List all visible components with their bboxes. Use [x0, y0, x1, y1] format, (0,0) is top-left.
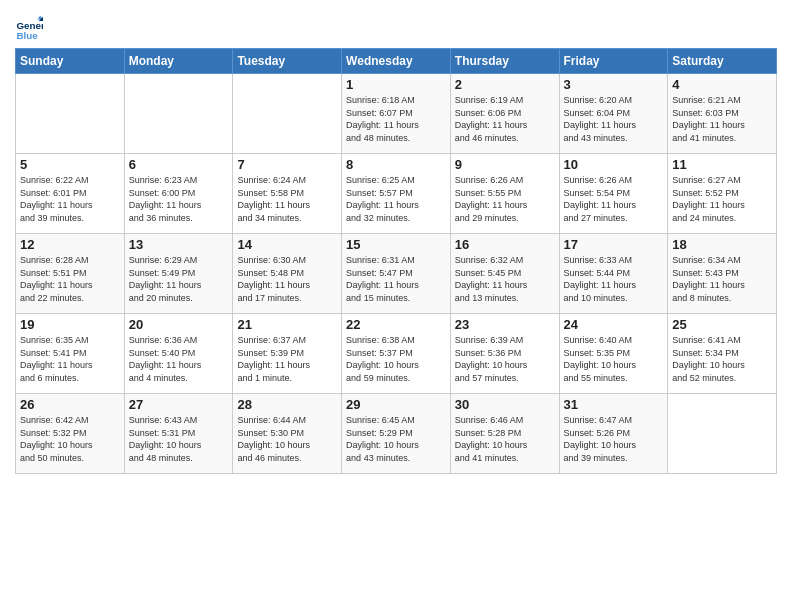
calendar-day-25: 25Sunrise: 6:41 AM Sunset: 5:34 PM Dayli…: [668, 314, 777, 394]
calendar-day-2: 2Sunrise: 6:19 AM Sunset: 6:06 PM Daylig…: [450, 74, 559, 154]
day-info: Sunrise: 6:36 AM Sunset: 5:40 PM Dayligh…: [129, 334, 229, 384]
day-info: Sunrise: 6:24 AM Sunset: 5:58 PM Dayligh…: [237, 174, 337, 224]
weekday-header-monday: Monday: [124, 49, 233, 74]
calendar-day-29: 29Sunrise: 6:45 AM Sunset: 5:29 PM Dayli…: [342, 394, 451, 474]
day-number: 21: [237, 317, 337, 332]
day-number: 15: [346, 237, 446, 252]
header-row: General Blue: [15, 10, 777, 42]
day-info: Sunrise: 6:27 AM Sunset: 5:52 PM Dayligh…: [672, 174, 772, 224]
day-number: 9: [455, 157, 555, 172]
svg-text:Blue: Blue: [16, 30, 38, 41]
calendar-day-empty: [124, 74, 233, 154]
day-number: 11: [672, 157, 772, 172]
calendar-day-empty: [16, 74, 125, 154]
calendar-week-row: 12Sunrise: 6:28 AM Sunset: 5:51 PM Dayli…: [16, 234, 777, 314]
calendar-day-3: 3Sunrise: 6:20 AM Sunset: 6:04 PM Daylig…: [559, 74, 668, 154]
calendar-day-22: 22Sunrise: 6:38 AM Sunset: 5:37 PM Dayli…: [342, 314, 451, 394]
day-number: 28: [237, 397, 337, 412]
day-info: Sunrise: 6:39 AM Sunset: 5:36 PM Dayligh…: [455, 334, 555, 384]
weekday-header-row: SundayMondayTuesdayWednesdayThursdayFrid…: [16, 49, 777, 74]
day-number: 10: [564, 157, 664, 172]
weekday-header-thursday: Thursday: [450, 49, 559, 74]
day-info: Sunrise: 6:37 AM Sunset: 5:39 PM Dayligh…: [237, 334, 337, 384]
day-number: 7: [237, 157, 337, 172]
calendar-day-10: 10Sunrise: 6:26 AM Sunset: 5:54 PM Dayli…: [559, 154, 668, 234]
day-info: Sunrise: 6:43 AM Sunset: 5:31 PM Dayligh…: [129, 414, 229, 464]
calendar-day-31: 31Sunrise: 6:47 AM Sunset: 5:26 PM Dayli…: [559, 394, 668, 474]
day-info: Sunrise: 6:46 AM Sunset: 5:28 PM Dayligh…: [455, 414, 555, 464]
day-number: 24: [564, 317, 664, 332]
day-info: Sunrise: 6:31 AM Sunset: 5:47 PM Dayligh…: [346, 254, 446, 304]
day-info: Sunrise: 6:47 AM Sunset: 5:26 PM Dayligh…: [564, 414, 664, 464]
day-number: 14: [237, 237, 337, 252]
day-info: Sunrise: 6:33 AM Sunset: 5:44 PM Dayligh…: [564, 254, 664, 304]
day-number: 31: [564, 397, 664, 412]
weekday-header-saturday: Saturday: [668, 49, 777, 74]
calendar-week-row: 19Sunrise: 6:35 AM Sunset: 5:41 PM Dayli…: [16, 314, 777, 394]
day-info: Sunrise: 6:25 AM Sunset: 5:57 PM Dayligh…: [346, 174, 446, 224]
calendar-day-17: 17Sunrise: 6:33 AM Sunset: 5:44 PM Dayli…: [559, 234, 668, 314]
calendar-day-11: 11Sunrise: 6:27 AM Sunset: 5:52 PM Dayli…: [668, 154, 777, 234]
day-number: 27: [129, 397, 229, 412]
day-info: Sunrise: 6:45 AM Sunset: 5:29 PM Dayligh…: [346, 414, 446, 464]
calendar-day-1: 1Sunrise: 6:18 AM Sunset: 6:07 PM Daylig…: [342, 74, 451, 154]
weekday-header-tuesday: Tuesday: [233, 49, 342, 74]
calendar-day-16: 16Sunrise: 6:32 AM Sunset: 5:45 PM Dayli…: [450, 234, 559, 314]
day-info: Sunrise: 6:21 AM Sunset: 6:03 PM Dayligh…: [672, 94, 772, 144]
weekday-header-wednesday: Wednesday: [342, 49, 451, 74]
calendar-day-4: 4Sunrise: 6:21 AM Sunset: 6:03 PM Daylig…: [668, 74, 777, 154]
day-number: 30: [455, 397, 555, 412]
calendar-day-6: 6Sunrise: 6:23 AM Sunset: 6:00 PM Daylig…: [124, 154, 233, 234]
day-number: 19: [20, 317, 120, 332]
day-info: Sunrise: 6:22 AM Sunset: 6:01 PM Dayligh…: [20, 174, 120, 224]
calendar-day-21: 21Sunrise: 6:37 AM Sunset: 5:39 PM Dayli…: [233, 314, 342, 394]
day-number: 23: [455, 317, 555, 332]
day-info: Sunrise: 6:26 AM Sunset: 5:54 PM Dayligh…: [564, 174, 664, 224]
day-info: Sunrise: 6:30 AM Sunset: 5:48 PM Dayligh…: [237, 254, 337, 304]
day-number: 20: [129, 317, 229, 332]
calendar-day-20: 20Sunrise: 6:36 AM Sunset: 5:40 PM Dayli…: [124, 314, 233, 394]
calendar-day-30: 30Sunrise: 6:46 AM Sunset: 5:28 PM Dayli…: [450, 394, 559, 474]
day-number: 22: [346, 317, 446, 332]
day-info: Sunrise: 6:32 AM Sunset: 5:45 PM Dayligh…: [455, 254, 555, 304]
day-number: 6: [129, 157, 229, 172]
calendar-header: SundayMondayTuesdayWednesdayThursdayFrid…: [16, 49, 777, 74]
logo: General Blue: [15, 14, 45, 42]
calendar-body: 1Sunrise: 6:18 AM Sunset: 6:07 PM Daylig…: [16, 74, 777, 474]
calendar-day-26: 26Sunrise: 6:42 AM Sunset: 5:32 PM Dayli…: [16, 394, 125, 474]
day-info: Sunrise: 6:41 AM Sunset: 5:34 PM Dayligh…: [672, 334, 772, 384]
calendar-day-empty: [233, 74, 342, 154]
day-info: Sunrise: 6:19 AM Sunset: 6:06 PM Dayligh…: [455, 94, 555, 144]
day-number: 18: [672, 237, 772, 252]
calendar-day-8: 8Sunrise: 6:25 AM Sunset: 5:57 PM Daylig…: [342, 154, 451, 234]
day-info: Sunrise: 6:29 AM Sunset: 5:49 PM Dayligh…: [129, 254, 229, 304]
calendar-day-14: 14Sunrise: 6:30 AM Sunset: 5:48 PM Dayli…: [233, 234, 342, 314]
day-number: 25: [672, 317, 772, 332]
day-number: 16: [455, 237, 555, 252]
calendar-day-9: 9Sunrise: 6:26 AM Sunset: 5:55 PM Daylig…: [450, 154, 559, 234]
day-number: 2: [455, 77, 555, 92]
day-number: 1: [346, 77, 446, 92]
main-container: General Blue SundayMondayTuesdayWednesda…: [0, 0, 792, 484]
calendar-day-empty: [668, 394, 777, 474]
day-number: 12: [20, 237, 120, 252]
day-number: 29: [346, 397, 446, 412]
calendar-day-27: 27Sunrise: 6:43 AM Sunset: 5:31 PM Dayli…: [124, 394, 233, 474]
day-info: Sunrise: 6:38 AM Sunset: 5:37 PM Dayligh…: [346, 334, 446, 384]
weekday-header-sunday: Sunday: [16, 49, 125, 74]
weekday-header-friday: Friday: [559, 49, 668, 74]
calendar-week-row: 26Sunrise: 6:42 AM Sunset: 5:32 PM Dayli…: [16, 394, 777, 474]
day-number: 26: [20, 397, 120, 412]
calendar-day-15: 15Sunrise: 6:31 AM Sunset: 5:47 PM Dayli…: [342, 234, 451, 314]
day-info: Sunrise: 6:35 AM Sunset: 5:41 PM Dayligh…: [20, 334, 120, 384]
calendar-day-18: 18Sunrise: 6:34 AM Sunset: 5:43 PM Dayli…: [668, 234, 777, 314]
day-number: 4: [672, 77, 772, 92]
day-info: Sunrise: 6:18 AM Sunset: 6:07 PM Dayligh…: [346, 94, 446, 144]
day-info: Sunrise: 6:42 AM Sunset: 5:32 PM Dayligh…: [20, 414, 120, 464]
calendar-day-12: 12Sunrise: 6:28 AM Sunset: 5:51 PM Dayli…: [16, 234, 125, 314]
calendar-day-19: 19Sunrise: 6:35 AM Sunset: 5:41 PM Dayli…: [16, 314, 125, 394]
calendar-day-13: 13Sunrise: 6:29 AM Sunset: 5:49 PM Dayli…: [124, 234, 233, 314]
day-number: 8: [346, 157, 446, 172]
day-number: 3: [564, 77, 664, 92]
day-number: 13: [129, 237, 229, 252]
